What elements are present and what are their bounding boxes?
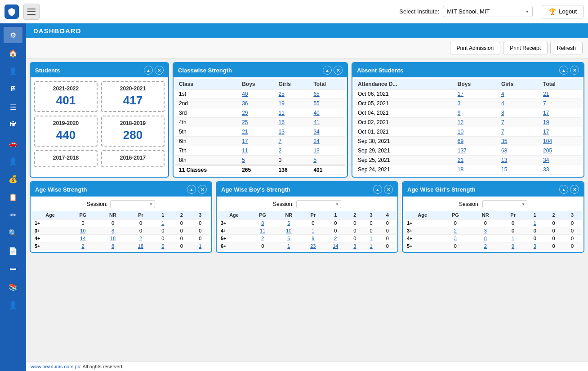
- table-row: 5+2818501: [32, 242, 209, 250]
- absent-card-close[interactable]: ✕: [570, 66, 579, 75]
- age-wise-boys-card-controls: ▲ ✕: [373, 185, 393, 194]
- sidebar-item-analytics[interactable]: 🔍: [4, 225, 22, 241]
- classwise-card-close[interactable]: ✕: [334, 66, 343, 75]
- age-wise-card: Age Wise Strength ▲ ✕ Session:: [30, 181, 212, 253]
- top-bar: Select Institute: MIT School, MIT 🏆 Logo…: [0, 0, 588, 23]
- table-row: 1+000100: [32, 219, 209, 227]
- refresh-button[interactable]: Refresh: [550, 42, 583, 54]
- dashboard-title: DASHBOARD: [33, 27, 81, 35]
- age-wise-girls-card-close[interactable]: ✕: [570, 185, 579, 194]
- age-wise-boys-session-select[interactable]: [296, 200, 341, 208]
- table-row: 1st402565: [175, 89, 345, 99]
- footer-link[interactable]: www.pearl-ims.com.pk: [31, 364, 80, 369]
- dashboard-header: DASHBOARD: [26, 23, 588, 38]
- table-row: Oct 04, 20219817: [354, 108, 582, 118]
- logout-button[interactable]: 🏆 Logout: [542, 5, 584, 18]
- institute-label: Select Institute:: [399, 8, 439, 15]
- age-wise-card-up[interactable]: ▲: [187, 185, 196, 194]
- sidebar: ⚙ 🏠 👤 🖥 ☰ 🏛 🚗 👤 💰 📋 ✏ 🔍 📄 🛏 📚 👤: [0, 23, 26, 371]
- classwise-card-up[interactable]: ▲: [323, 66, 332, 75]
- classwise-col-total: Total: [310, 79, 345, 89]
- table-row: 8th505: [175, 156, 345, 165]
- table-row: 4+111010000: [218, 227, 396, 235]
- table-row: 3+8500000: [218, 219, 396, 227]
- sidebar-item-clipboard[interactable]: 📋: [4, 189, 22, 205]
- sidebar-item-users[interactable]: 👤: [4, 63, 22, 79]
- cards-area: Students ▲ ✕ 2021-2022 401: [26, 58, 588, 362]
- sidebar-item-user2[interactable]: 👤: [4, 297, 22, 313]
- table-row: Sep 25, 2021211334: [354, 156, 582, 165]
- table-row: 4th251641: [175, 118, 345, 127]
- cards-row-1: Students ▲ ✕ 2021-2022 401: [30, 62, 584, 178]
- table-row: Sep 29, 202113768205: [354, 146, 582, 156]
- age-wise-boys-card-close[interactable]: ✕: [384, 185, 393, 194]
- sidebar-item-finance[interactable]: 💰: [4, 171, 22, 187]
- sidebar-item-person[interactable]: 👤: [4, 153, 22, 169]
- age-wise-card-controls: ▲ ✕: [187, 185, 207, 194]
- sidebar-item-transport[interactable]: 🚗: [4, 135, 22, 151]
- table-row: 4+381000: [405, 235, 582, 242]
- hamburger-button[interactable]: [23, 4, 40, 20]
- table-row: 5+029300: [405, 242, 582, 250]
- age-wise-session-select-wrap[interactable]: [110, 200, 155, 208]
- students-card-header: Students ▲ ✕: [31, 63, 168, 77]
- age-wise-boys-session-select-wrap[interactable]: [296, 200, 341, 208]
- students-card-close[interactable]: ✕: [155, 66, 164, 75]
- absent-card-title: Absent Students: [357, 67, 403, 74]
- institute-select[interactable]: MIT School, MIT: [443, 6, 533, 17]
- trophy-icon: 🏆: [548, 8, 556, 15]
- age-wise-boys-card-title: Age Wise Boy's Strength: [221, 186, 290, 193]
- absent-col-date: Attendance D...: [354, 79, 454, 89]
- age-wise-girls-card-header: Age Wise Girl's Strength ▲ ✕: [403, 182, 584, 197]
- age-wise-girls-card-controls: ▲ ✕: [559, 185, 579, 194]
- age-wise-girls-session-select-wrap[interactable]: [482, 200, 527, 208]
- footer: www.pearl-ims.com.pk: All rights reserve…: [26, 362, 588, 371]
- table-row: 4+14182000: [32, 235, 209, 242]
- year-box-0: 2021-2022 401: [34, 81, 98, 112]
- sidebar-item-books[interactable]: 📚: [4, 279, 22, 295]
- print-admission-button[interactable]: Print Admission: [450, 42, 501, 54]
- sidebar-item-list[interactable]: ☰: [4, 99, 22, 115]
- age-wise-boys-table: Age PG NR Pr 1 2 3 4: [218, 211, 396, 250]
- print-receipt-button[interactable]: Print Receipt: [503, 42, 548, 54]
- classwise-col-boys: Boys: [238, 79, 275, 89]
- sidebar-item-document[interactable]: 📄: [4, 243, 22, 259]
- age-wise-girls-session-row: Session:: [405, 198, 582, 211]
- year-box-3: 2018-2019 280: [101, 116, 165, 147]
- age-wise-session-select[interactable]: [110, 200, 155, 208]
- classwise-total-row: 11 Classes 265 136 401: [175, 165, 345, 175]
- table-row: 6th17724: [175, 137, 345, 146]
- classwise-card-title: Classwise Strength: [178, 67, 232, 74]
- sidebar-item-institution[interactable]: 🏛: [4, 117, 22, 133]
- cards-row-2: Age Wise Strength ▲ ✕ Session:: [30, 181, 584, 253]
- table-row: 1+000100: [405, 219, 582, 227]
- age-wise-card-close[interactable]: ✕: [198, 185, 207, 194]
- age-wise-girls-card: Age Wise Girl's Strength ▲ ✕ Session:: [402, 181, 584, 253]
- absent-col-girls: Girls: [498, 79, 539, 89]
- sidebar-item-bed[interactable]: 🛏: [4, 261, 22, 277]
- age-wise-girls-card-up[interactable]: ▲: [559, 185, 568, 194]
- classwise-card: Classwise Strength ▲ ✕ Class Boys: [173, 62, 348, 178]
- table-row: Oct 06, 202117421: [354, 89, 582, 99]
- institute-select-wrapper[interactable]: MIT School, MIT: [443, 6, 533, 17]
- table-row: 7th11213: [175, 146, 345, 156]
- absent-card-up[interactable]: ▲: [559, 66, 568, 75]
- age-wise-boys-card-body: Session: Age PG: [217, 197, 397, 252]
- age-wise-boys-card-up[interactable]: ▲: [373, 185, 382, 194]
- year-box-4: 2017-2018: [34, 150, 98, 167]
- sidebar-item-settings[interactable]: ⚙: [4, 27, 22, 43]
- absent-table: Attendance D... Boys Girls Total Oct 06,…: [354, 79, 582, 174]
- sidebar-item-edit[interactable]: ✏: [4, 207, 22, 223]
- classwise-card-header: Classwise Strength ▲ ✕: [174, 63, 347, 77]
- students-card-up[interactable]: ▲: [144, 66, 153, 75]
- absent-card: Absent Students ▲ ✕ Attendance D... Boys: [352, 62, 584, 178]
- age-wise-boys-card-header: Age Wise Boy's Strength ▲ ✕: [217, 182, 397, 197]
- age-wise-boys-session-label: Session:: [273, 201, 294, 207]
- sidebar-item-display[interactable]: 🖥: [4, 81, 22, 97]
- sidebar-item-home[interactable]: 🏠: [4, 45, 22, 61]
- table-row: Oct 02, 202112719: [354, 118, 582, 127]
- absent-col-boys: Boys: [454, 79, 498, 89]
- table-row: 2nd361955: [175, 99, 345, 108]
- age-wise-girls-session-select[interactable]: [482, 200, 527, 208]
- classwise-table: Class Boys Girls Total 1st402565 2nd3619…: [175, 79, 345, 175]
